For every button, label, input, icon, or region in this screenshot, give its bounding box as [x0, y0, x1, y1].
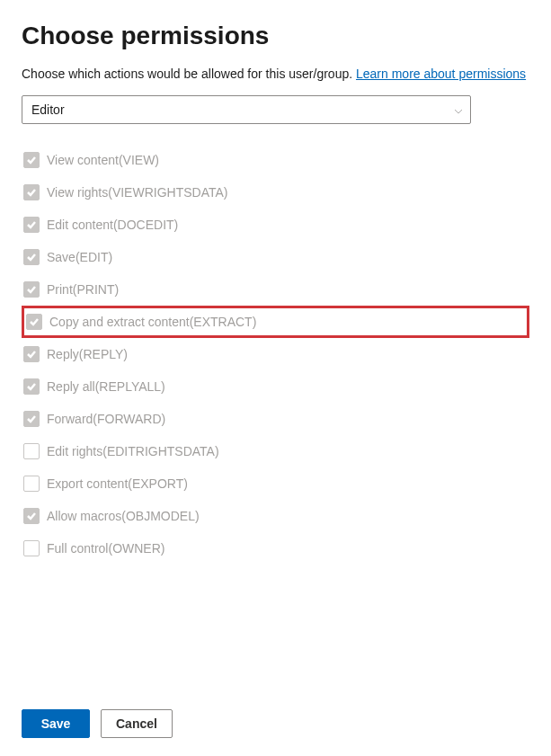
perm-view-rights: View rights(VIEWRIGHTSDATA) [22, 176, 529, 209]
save-button[interactable]: Save [22, 709, 90, 738]
perm-print-label: Print(PRINT) [47, 282, 119, 297]
perm-reply: Reply(REPLY) [22, 338, 529, 370]
perm-reply-label: Reply(REPLY) [47, 347, 128, 361]
perm-view: View content(VIEW) [22, 144, 529, 176]
subtitle-text: Choose which actions would be allowed fo… [22, 67, 356, 81]
perm-edit-content: Edit content(DOCEDIT) [22, 209, 529, 241]
perm-view-rights-checkbox[interactable] [23, 184, 40, 200]
perm-view-checkbox[interactable] [23, 152, 40, 168]
perm-edit-rights-label: Edit rights(EDITRIGHTSDATA) [47, 444, 219, 458]
perm-full-control-label: Full control(OWNER) [47, 541, 164, 556]
perm-macros-label: Allow macros(OBJMODEL) [47, 509, 200, 523]
learn-more-link[interactable]: Learn more about permissions [356, 67, 526, 81]
perm-macros-checkbox[interactable] [23, 508, 40, 524]
perm-view-rights-label: View rights(VIEWRIGHTSDATA) [47, 185, 227, 200]
perm-forward-checkbox[interactable] [23, 411, 40, 427]
perm-reply-all-label: Reply all(REPLYALL) [47, 379, 165, 394]
perm-save-label: Save(EDIT) [47, 250, 112, 264]
perm-save-checkbox[interactable] [23, 249, 40, 265]
perm-reply-all: Reply all(REPLYALL) [22, 370, 529, 403]
perm-edit-content-checkbox[interactable] [23, 217, 40, 233]
perm-forward: Forward(FORWARD) [22, 403, 529, 435]
perm-save: Save(EDIT) [22, 241, 529, 273]
perm-full-control: Full control(OWNER) [22, 532, 529, 565]
perm-edit-content-label: Edit content(DOCEDIT) [47, 218, 178, 232]
perm-edit-rights-checkbox[interactable] [23, 443, 40, 459]
role-select-input[interactable] [22, 95, 471, 124]
page-subtitle: Choose which actions would be allowed fo… [22, 67, 529, 81]
role-select[interactable] [22, 95, 471, 124]
perm-extract: Copy and extract content(EXTRACT) [22, 306, 529, 338]
perm-export: Export content(EXPORT) [22, 467, 529, 500]
perm-full-control-checkbox[interactable] [23, 540, 40, 556]
perm-extract-label: Copy and extract content(EXTRACT) [49, 315, 256, 329]
cancel-button[interactable]: Cancel [101, 709, 173, 738]
footer-actions: Save Cancel [22, 709, 173, 738]
perm-reply-all-checkbox[interactable] [23, 378, 40, 395]
perm-reply-checkbox[interactable] [23, 346, 40, 362]
perm-export-checkbox[interactable] [23, 476, 40, 492]
permissions-list: View content(VIEW)View rights(VIEWRIGHTS… [22, 144, 529, 565]
perm-view-label: View content(VIEW) [47, 153, 159, 167]
perm-edit-rights: Edit rights(EDITRIGHTSDATA) [22, 435, 529, 467]
perm-print-checkbox[interactable] [23, 281, 40, 298]
perm-macros: Allow macros(OBJMODEL) [22, 500, 529, 532]
page-title: Choose permissions [22, 22, 529, 50]
perm-extract-checkbox[interactable] [26, 314, 42, 330]
perm-forward-label: Forward(FORWARD) [47, 412, 165, 426]
perm-print: Print(PRINT) [22, 273, 529, 306]
perm-export-label: Export content(EXPORT) [47, 476, 188, 491]
